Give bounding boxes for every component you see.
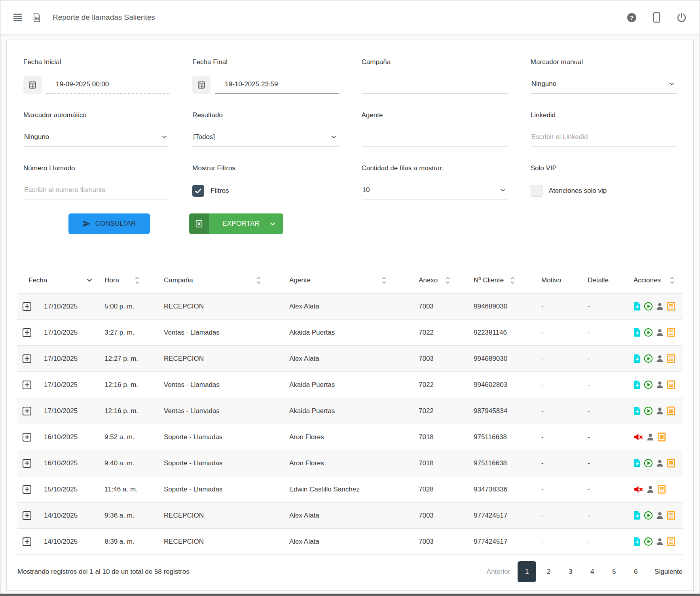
download-icon[interactable] bbox=[634, 406, 641, 415]
pagination-page-3[interactable]: 3 bbox=[561, 561, 580, 582]
expand-row-button[interactable] bbox=[23, 433, 31, 442]
calendar-button[interactable] bbox=[192, 76, 211, 94]
pagination-page-2[interactable]: 2 bbox=[539, 561, 558, 582]
sort-both-icon bbox=[510, 277, 515, 284]
filter-linkedid: Linkedid bbox=[531, 111, 677, 147]
play-icon[interactable] bbox=[644, 302, 653, 311]
consultar-button[interactable]: CONSULTAR bbox=[68, 213, 150, 234]
expand-row-button[interactable] bbox=[23, 354, 31, 363]
document-icon[interactable] bbox=[667, 354, 675, 363]
column-header-hora[interactable]: Hora bbox=[97, 276, 156, 284]
pagination-next[interactable]: Siguiente bbox=[654, 568, 683, 576]
cell-acciones bbox=[626, 328, 683, 337]
fecha-inicial-input[interactable] bbox=[46, 80, 169, 94]
mute-icon[interactable] bbox=[634, 432, 643, 442]
pagination-page-5[interactable]: 5 bbox=[605, 561, 623, 582]
cell-hora: 5:00 p. m. bbox=[97, 303, 156, 310]
mobile-icon[interactable] bbox=[653, 12, 660, 23]
column-header-motivo[interactable]: Motivo bbox=[533, 276, 580, 284]
play-icon[interactable] bbox=[644, 354, 653, 363]
pagination-page-4[interactable]: 4 bbox=[583, 561, 601, 582]
person-icon[interactable] bbox=[656, 511, 664, 520]
cell-motivo: - bbox=[533, 433, 580, 441]
fecha-final-input[interactable] bbox=[215, 80, 338, 94]
expand-row-button[interactable] bbox=[23, 459, 31, 468]
person-icon[interactable] bbox=[656, 459, 664, 468]
person-icon[interactable] bbox=[656, 354, 664, 363]
document-icon[interactable] bbox=[657, 485, 666, 494]
menu-icon[interactable] bbox=[13, 13, 23, 21]
pagination-page-6[interactable]: 6 bbox=[626, 561, 645, 582]
document-icon[interactable] bbox=[667, 459, 675, 468]
document-icon[interactable] bbox=[667, 511, 675, 520]
download-icon[interactable] bbox=[634, 354, 641, 363]
person-icon[interactable] bbox=[656, 328, 664, 337]
play-icon[interactable] bbox=[644, 406, 653, 415]
filtros-checkbox[interactable] bbox=[192, 185, 204, 197]
expand-row-button[interactable] bbox=[23, 407, 31, 415]
expand-row-button[interactable] bbox=[23, 511, 31, 520]
cell-fecha: 17/10/2025 bbox=[36, 303, 97, 310]
download-icon[interactable] bbox=[634, 511, 641, 520]
person-icon[interactable] bbox=[656, 380, 664, 389]
column-header-agente[interactable]: Agente bbox=[281, 276, 411, 284]
document-icon[interactable] bbox=[667, 380, 675, 389]
campana-input[interactable] bbox=[362, 80, 508, 94]
solo-vip-checkbox[interactable] bbox=[531, 185, 543, 197]
cell-acciones bbox=[626, 511, 683, 520]
cell-hora: 3:27 p. m. bbox=[97, 329, 156, 337]
cell-fecha: 16/10/2025 bbox=[36, 459, 97, 467]
column-header-campana[interactable]: Campaña bbox=[156, 276, 281, 284]
agente-input[interactable] bbox=[362, 133, 508, 147]
pagination-prev[interactable]: Anterior bbox=[487, 568, 510, 576]
cell-detalle: - bbox=[580, 381, 626, 389]
document-icon[interactable] bbox=[667, 302, 675, 311]
column-header-anexo[interactable]: Anexo bbox=[411, 276, 466, 284]
expand-row-button[interactable] bbox=[23, 302, 31, 311]
play-icon[interactable] bbox=[644, 459, 653, 468]
cell-fecha: 14/10/2025 bbox=[36, 512, 97, 520]
marcador-automatico-select[interactable]: Ninguno bbox=[23, 133, 169, 147]
cell-detalle: - bbox=[580, 407, 626, 415]
person-icon[interactable] bbox=[656, 537, 664, 546]
play-icon[interactable] bbox=[644, 380, 653, 389]
marcador-manual-select[interactable]: Ninguno bbox=[531, 80, 677, 94]
column-header-detalle[interactable]: Detalle bbox=[580, 276, 626, 284]
document-icon[interactable] bbox=[667, 406, 675, 415]
document-icon[interactable] bbox=[667, 537, 675, 546]
cell-detalle: - bbox=[580, 486, 626, 493]
download-icon[interactable] bbox=[634, 380, 641, 389]
numero-llamado-input[interactable] bbox=[23, 186, 169, 200]
person-icon[interactable] bbox=[656, 302, 664, 311]
download-icon[interactable] bbox=[634, 459, 641, 468]
person-icon[interactable] bbox=[656, 406, 664, 415]
column-header-cliente[interactable]: Nº Cliente bbox=[466, 276, 533, 284]
play-icon[interactable] bbox=[644, 511, 653, 520]
cell-motivo: - bbox=[533, 486, 580, 493]
person-icon[interactable] bbox=[646, 432, 654, 442]
power-icon[interactable] bbox=[676, 12, 687, 23]
column-header-fecha[interactable]: Fecha bbox=[17, 276, 97, 284]
person-icon[interactable] bbox=[646, 485, 654, 494]
document-icon[interactable] bbox=[667, 328, 675, 337]
mute-icon[interactable] bbox=[634, 485, 643, 494]
solo-vip-checkbox-label: Atenciones solo vip bbox=[549, 187, 607, 195]
download-icon[interactable] bbox=[634, 302, 641, 311]
play-icon[interactable] bbox=[644, 328, 653, 337]
document-icon[interactable] bbox=[657, 432, 666, 442]
resultado-select[interactable]: [Todos] bbox=[192, 133, 338, 147]
play-icon[interactable] bbox=[644, 537, 653, 546]
expand-row-button[interactable] bbox=[23, 328, 31, 337]
download-icon[interactable] bbox=[634, 328, 641, 337]
column-header-acciones[interactable]: Acciones bbox=[626, 276, 683, 284]
pagination-page-1[interactable]: 1 bbox=[518, 561, 536, 582]
linkedid-input[interactable] bbox=[531, 133, 677, 147]
calendar-button[interactable] bbox=[23, 76, 42, 94]
cantidad-filas-select[interactable]: 10 bbox=[362, 186, 508, 200]
expand-row-button[interactable] bbox=[23, 537, 31, 546]
expand-row-button[interactable] bbox=[23, 485, 31, 494]
exportar-button[interactable]: EXPORTAR bbox=[189, 213, 283, 234]
download-icon[interactable] bbox=[634, 537, 641, 546]
expand-row-button[interactable] bbox=[23, 381, 31, 389]
help-icon[interactable]: ? bbox=[626, 12, 637, 23]
